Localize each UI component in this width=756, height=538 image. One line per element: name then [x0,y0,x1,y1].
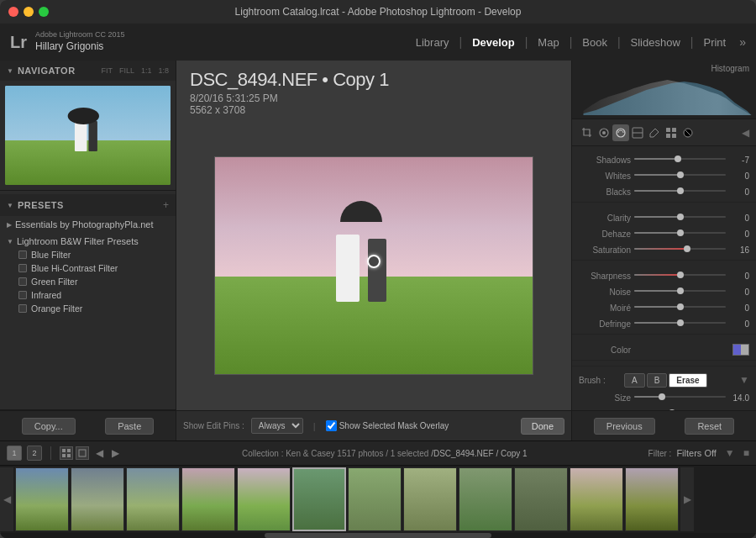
adjustments-panel: Shadows -7 Whites [572,146,756,410]
filmstrip-thumb-3[interactable] [126,467,180,531]
scrollbar-thumb[interactable] [265,533,491,538]
spot-heal-icon[interactable] [596,124,612,141]
brush-b-button[interactable]: B [647,373,668,388]
moire-slider[interactable] [634,306,726,309]
toolbar: Show Edit Pins : Always | Show Selected … [176,410,571,440]
show-mask-input[interactable] [326,420,337,431]
previous-button[interactable]: Previous [594,418,655,435]
filmstrip-thumb-12[interactable] [625,467,679,531]
preset-item-blue[interactable]: Blue Filter [0,248,176,261]
umbrella [340,201,382,222]
preset-name-infrared: Infrared [31,290,61,300]
filmstrip-right-arrow[interactable]: ▶ [680,467,694,531]
filmstrip-next-arrow[interactable]: ▶ [110,447,121,459]
minimize-button[interactable] [24,7,34,17]
filmstrip-thumb-1[interactable] [15,467,69,531]
brush-size-label: Size [579,393,631,403]
preset-item-blue-hi[interactable]: Blue Hi-Contrast Filter [0,261,176,275]
filmstrip-thumb-10[interactable] [514,467,568,531]
preset-group-bw-header[interactable]: ▼ Lightroom B&W Filter Presets [0,235,176,248]
preset-item-orange[interactable]: Orange Filter [0,302,176,315]
edit-pins-select[interactable]: Always [251,418,303,434]
shadows-slider[interactable] [634,158,726,161]
gradient-tool-icon[interactable] [629,124,646,141]
navigator-header[interactable]: ▼ Navigator FIT FILL 1:1 1:8 [0,61,176,81]
blacks-slider[interactable] [634,190,726,193]
nav-library[interactable]: Library [406,33,459,52]
navigator-fill[interactable]: FILL [119,66,134,75]
navigator-fit[interactable]: FIT [101,66,113,75]
image-viewport[interactable] [176,121,571,410]
navigator-scene [5,86,171,185]
noise-slider[interactable] [634,290,726,293]
filmstrip-left-arrow[interactable]: ◀ [0,467,13,531]
page-1-button[interactable]: 1 [7,446,22,461]
grid-view-icon[interactable] [60,446,73,460]
preset-item-green[interactable]: Green Filter [0,275,176,288]
navigator-thumbnail[interactable] [0,81,176,190]
whites-slider[interactable] [634,174,726,177]
filmstrip-thumb-4[interactable] [181,467,235,531]
panel-collapse-icon[interactable]: ◀ [742,127,749,139]
preset-name-orange: Orange Filter [31,303,82,314]
copy-button[interactable]: Copy... [22,418,76,435]
clarity-slider[interactable] [634,216,726,219]
filmstrip-thumb-8[interactable] [403,467,457,531]
page-2-button[interactable]: 2 [27,446,42,461]
dehaze-value: 0 [729,229,749,239]
nav-develop[interactable]: Develop [462,33,525,52]
nav-book[interactable]: Book [572,33,617,52]
brush-tool-icon[interactable] [646,124,663,141]
saturation-slider[interactable] [634,248,726,251]
sharpness-slider[interactable] [634,274,726,277]
nav-print[interactable]: Print [693,33,736,52]
navigator-ratio[interactable]: 1:8 [158,66,169,75]
app-logo: Lr [10,33,27,52]
brush-size-slider[interactable] [634,396,726,399]
image-path[interactable]: /DSC_8494.NEF / Copy 1 [431,449,528,458]
brush-a-button[interactable]: A [624,373,645,388]
dehaze-slider[interactable] [634,232,726,235]
svg-rect-15 [672,134,676,138]
presets-title: Presets [18,200,163,210]
maximize-button[interactable] [39,7,49,17]
image-date: 8/20/16 5:31:25 PM [190,92,558,104]
svg-rect-18 [62,449,66,452]
color-patch[interactable] [732,344,749,356]
filmstrip-thumb-6-selected[interactable] [292,467,346,531]
nav-map[interactable]: Map [528,33,569,52]
filmstrip-settings-icon[interactable]: ■ [743,447,749,459]
redeye-tool-icon[interactable] [612,124,629,141]
loupe-view-icon[interactable] [76,446,89,460]
filter-arrow-icon[interactable]: ▼ [725,447,735,459]
brush-erase-button[interactable]: Erase [669,373,706,388]
nav-slideshow[interactable]: Slideshow [621,33,690,52]
filmstrip-prev-arrow[interactable]: ◀ [94,447,105,459]
presets-header[interactable]: ▼ Presets + [0,194,176,216]
brush-options-icon[interactable]: ▼ [739,374,749,386]
preset-icon-blue-hi [18,264,27,272]
color-tool-icon[interactable] [663,124,680,141]
filmstrip-thumb-9[interactable] [459,467,512,531]
close-button[interactable] [8,7,18,17]
show-mask-checkbox[interactable]: Show Selected Mask Overlay [326,420,449,431]
filmstrip-thumb-5[interactable] [237,467,291,531]
filmstrip-thumb-11[interactable] [570,467,623,531]
reset-button[interactable]: Reset [685,418,734,435]
preset-group-bw: ▼ Lightroom B&W Filter Presets Blue Filt… [0,233,176,317]
presets-arrow-icon: ▼ [7,202,13,209]
filmstrip-thumb-7[interactable] [348,467,402,531]
preset-group-essentials-header[interactable]: ▶ Essentials by PhotographyPla.net [0,218,176,231]
none-tool-icon[interactable] [680,124,696,141]
filmstrip-thumb-2[interactable] [71,467,124,531]
presets-add-icon[interactable]: + [163,199,169,211]
crop-tool-icon[interactable] [579,124,596,141]
nav-more[interactable]: » [736,35,746,49]
navigator-1to1[interactable]: 1:1 [141,66,152,75]
defringe-slider[interactable] [634,322,726,325]
preset-item-infrared[interactable]: Infrared [0,288,176,302]
essentials-name: Essentials by PhotographyPla.net [15,219,154,229]
filter-value[interactable]: Filters Off [676,448,716,458]
paste-button[interactable]: Paste [105,418,154,435]
done-button[interactable]: Done [521,418,564,435]
